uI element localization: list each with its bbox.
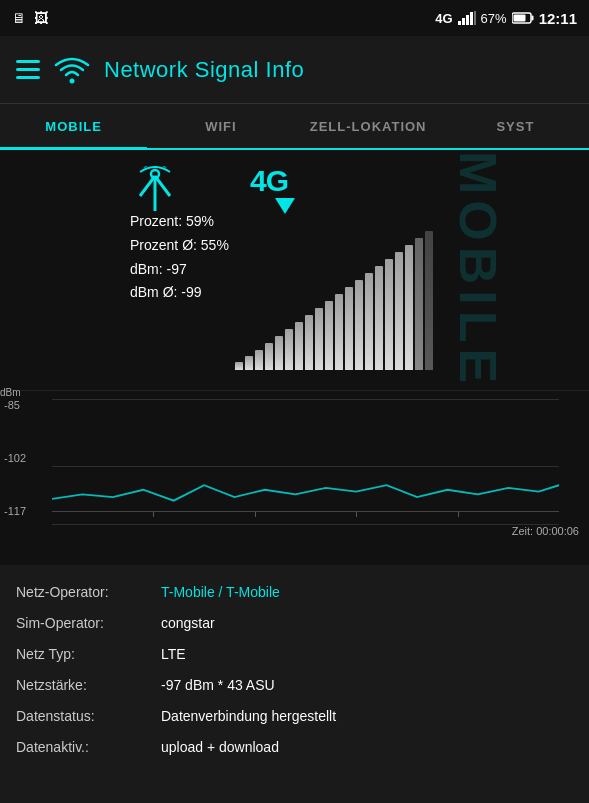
svg-rect-1: [462, 18, 465, 25]
info-section: Netz-Operator: T-Mobile / T-Mobile Sim-O…: [0, 565, 589, 775]
chart-svg: [52, 399, 559, 517]
sim-operator-value: congstar: [161, 613, 215, 634]
svg-rect-6: [531, 16, 533, 21]
netz-typ-label: Netz Typ:: [16, 644, 161, 665]
datenstatus-value: Datenverbindung hergestellt: [161, 706, 336, 727]
tab-system[interactable]: SYST: [442, 106, 589, 150]
signal-area: 4G Prozent: 59% Prozent Ø: 55% dBm: -97 …: [0, 150, 589, 390]
prozent-label: Prozent: 59%: [130, 210, 229, 234]
network-type-badge: 4G: [435, 11, 452, 26]
datenstatus-label: Datenstatus:: [16, 706, 161, 727]
info-row-sim-operator: Sim-Operator: congstar: [16, 608, 573, 639]
image-icon: 🖼: [34, 10, 48, 26]
chart-y-unit: dBm: [0, 387, 21, 398]
svg-marker-13: [275, 198, 295, 214]
tab-zell-lokation[interactable]: ZELL-LOKATION: [295, 106, 442, 150]
info-row-netzstaerke: Netzstärke: -97 dBm * 43 ASU: [16, 670, 573, 701]
dbm-label: dBm: -97: [130, 258, 229, 282]
svg-rect-2: [466, 15, 469, 25]
svg-point-12: [151, 170, 159, 178]
dbm-avg-label: dBm Ø: -99: [130, 281, 229, 305]
svg-line-10: [140, 176, 155, 196]
signal-icon: [458, 11, 476, 25]
info-row-datenaktiv: Datenaktiv.: upload + download: [16, 732, 573, 763]
chart-inner: dBm -85 -102 -117 Zeit: 00:00:06: [52, 399, 589, 541]
hamburger-button[interactable]: [16, 60, 40, 79]
tab-wifi[interactable]: WIFI: [147, 106, 294, 150]
netzstaerke-value: -97 dBm * 43 ASU: [161, 675, 275, 696]
signal-stats: Prozent: 59% Prozent Ø: 55% dBm: -97 dBm…: [130, 210, 229, 305]
prozent-avg-label: Prozent Ø: 55%: [130, 234, 229, 258]
grid-line-bottom: [52, 524, 559, 525]
svg-line-11: [155, 176, 170, 196]
info-row-netz-typ: Netz Typ: LTE: [16, 639, 573, 670]
info-row-netz-operator: Netz-Operator: T-Mobile / T-Mobile: [16, 577, 573, 608]
tab-bar: MOBILE WIFI ZELL-LOKATION SYST: [0, 104, 589, 150]
battery-label: 67%: [481, 11, 507, 26]
netz-operator-label: Netz-Operator:: [16, 582, 161, 603]
y-label-bottom: -117: [4, 505, 26, 517]
sim-card-icon: 🖥: [12, 10, 26, 26]
chart-y-labels: -85 -102 -117: [4, 399, 26, 517]
datenaktiv-label: Datenaktiv.:: [16, 737, 161, 758]
app-title: Network Signal Info: [104, 57, 304, 83]
netz-typ-value: LTE: [161, 644, 186, 665]
svg-rect-0: [458, 21, 461, 25]
svg-point-8: [70, 78, 75, 83]
svg-rect-4: [474, 11, 476, 25]
datenaktiv-value: upload + download: [161, 737, 279, 758]
info-row-datenstatus: Datenstatus: Datenverbindung hergestellt: [16, 701, 573, 732]
netz-operator-value: T-Mobile / T-Mobile: [161, 582, 280, 603]
y-label-mid: -102: [4, 452, 26, 464]
status-bar: 🖥 🖼 4G 67% 12:11: [0, 0, 589, 36]
netzstaerke-label: Netzstärke:: [16, 675, 161, 696]
wifi-icon: [54, 55, 90, 85]
status-right-icons: 4G 67% 12:11: [435, 10, 577, 27]
app-bar: Network Signal Info: [0, 36, 589, 104]
svg-rect-3: [470, 12, 473, 25]
4g-arrow-down: [270, 196, 300, 219]
chart-time-label: Zeit: 00:00:06: [512, 525, 579, 537]
chart-area: dBm -85 -102 -117 Zeit: 00:00:06: [0, 390, 589, 565]
battery-icon: [512, 12, 534, 24]
signal-bars-visual: [235, 230, 435, 370]
y-label-top: -85: [4, 399, 26, 411]
time-label: 12:11: [539, 10, 577, 27]
svg-rect-7: [513, 15, 525, 22]
tab-mobile[interactable]: MOBILE: [0, 106, 147, 150]
4g-badge: 4G: [250, 164, 288, 198]
sim-operator-label: Sim-Operator:: [16, 613, 161, 634]
mobile-watermark: MOBILE: [448, 151, 508, 389]
status-left-icons: 🖥 🖼: [12, 10, 48, 26]
